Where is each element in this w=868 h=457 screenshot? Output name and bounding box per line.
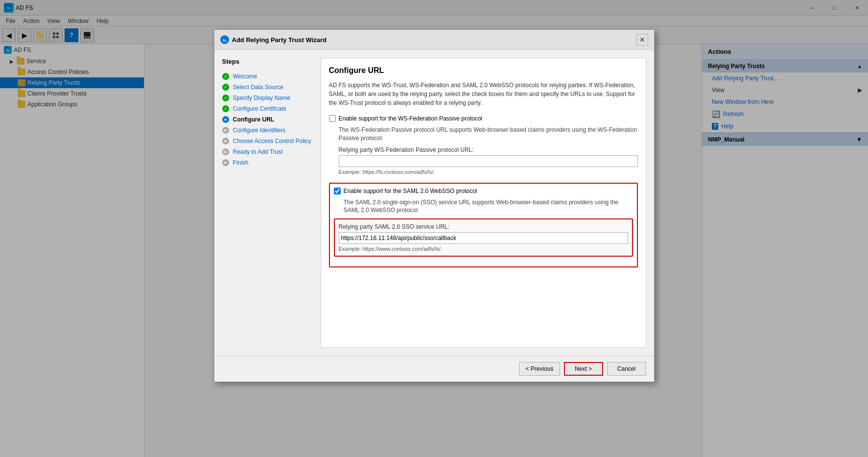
step-dot-ready: ● xyxy=(222,148,229,155)
step-label-certificate[interactable]: Configure Certificate xyxy=(233,105,286,112)
step-dot-identifiers: ● xyxy=(222,127,229,134)
step-certificate: ✓ Configure Certificate xyxy=(222,103,313,114)
step-identifiers: ● Configure Identifiers xyxy=(222,125,313,136)
saml-url-label: Relying party SAML 2.0 SSO service URL: xyxy=(339,223,628,230)
dialog-overlay: fs Add Relying Party Trust Wizard ✕ Step… xyxy=(0,0,868,457)
saml-checkbox[interactable] xyxy=(334,188,341,194)
ws-fed-example: Example: https://fs.contoso.com/adfs/ls/ xyxy=(339,169,638,175)
step-dot-access-policy: ● xyxy=(222,138,229,144)
dialog-close-button[interactable]: ✕ xyxy=(636,34,648,46)
step-label-welcome[interactable]: Welcome xyxy=(233,73,258,80)
saml-checkbox-label: Enable support for the SAML 2.0 WebSSO p… xyxy=(344,188,477,194)
step-finish: ● Finish xyxy=(222,157,313,168)
step-label-ready[interactable]: Ready to Add Trust xyxy=(233,148,283,155)
saml-example: Example: https://www.contoso.com/adfs/ls… xyxy=(339,246,628,252)
dialog-content: Steps ✓ Welcome ✓ Select Data Source ✓ S… xyxy=(214,50,654,356)
wizard-steps: Steps ✓ Welcome ✓ Select Data Source ✓ S… xyxy=(222,58,313,348)
saml-checkbox-row: Enable support for the SAML 2.0 WebSSO p… xyxy=(334,188,633,194)
ws-fed-checkbox-label: Enable support for the WS-Federation Pas… xyxy=(339,115,482,122)
step-configure-url: ● Configure URL xyxy=(222,114,313,125)
ws-fed-checkbox-row: Enable support for the WS-Federation Pas… xyxy=(329,115,638,122)
ws-fed-description: The WS-Federation Passive protocol URL s… xyxy=(339,126,638,143)
step-dot-configure-url: ● xyxy=(222,116,229,123)
dialog-main-area: Configure URL AD FS supports the WS-Trus… xyxy=(321,58,646,348)
dialog-wizard-icon: fs xyxy=(220,35,229,44)
step-access-policy: ● Choose Access Control Policy xyxy=(222,136,313,146)
dialog-title: Add Relying Party Trust Wizard xyxy=(232,36,633,44)
previous-button[interactable]: < Previous xyxy=(519,362,560,376)
dialog-footer: < Previous Next > Cancel xyxy=(214,356,654,382)
step-ready: ● Ready to Add Trust xyxy=(222,146,313,157)
svg-text:fs: fs xyxy=(223,38,227,43)
ws-fed-url-label: Relying party WS-Federation Passive prot… xyxy=(339,146,638,153)
step-dot-certificate: ✓ xyxy=(222,105,229,112)
cancel-button[interactable]: Cancel xyxy=(607,362,646,376)
wizard-dialog: fs Add Relying Party Trust Wizard ✕ Step… xyxy=(214,29,655,382)
dialog-description: AD FS supports the WS-Trust, WS-Federati… xyxy=(329,81,638,107)
step-label-display-name[interactable]: Specify Display Name xyxy=(233,95,290,101)
ws-fed-checkbox[interactable] xyxy=(329,115,336,122)
step-select-data: ✓ Select Data Source xyxy=(222,82,313,93)
saml-section-bordered: Enable support for the SAML 2.0 WebSSO p… xyxy=(329,183,638,268)
saml-description: The SAML 2.0 single-sign-on (SSO) servic… xyxy=(344,198,633,215)
step-dot-welcome: ✓ xyxy=(222,73,229,80)
step-label-identifiers[interactable]: Configure Identifiers xyxy=(233,127,285,134)
ws-federation-section: Enable support for the WS-Federation Pas… xyxy=(329,115,638,175)
step-display-name: ✓ Specify Display Name xyxy=(222,93,313,103)
step-dot-display-name: ✓ xyxy=(222,95,229,101)
dialog-page-title: Configure URL xyxy=(329,66,638,75)
saml-url-box: Relying party SAML 2.0 SSO service URL: … xyxy=(334,218,633,257)
step-welcome: ✓ Welcome xyxy=(222,71,313,82)
next-button[interactable]: Next > xyxy=(564,362,603,376)
step-label-select-data[interactable]: Select Data Source xyxy=(233,84,283,91)
step-label-access-policy[interactable]: Choose Access Control Policy xyxy=(233,138,311,144)
saml-url-input[interactable] xyxy=(339,232,628,244)
wizard-steps-title: Steps xyxy=(222,58,313,65)
step-label-finish[interactable]: Finish xyxy=(233,159,249,166)
step-dot-select-data: ✓ xyxy=(222,84,229,91)
step-dot-finish: ● xyxy=(222,159,229,166)
step-label-configure-url[interactable]: Configure URL xyxy=(233,116,275,123)
ws-fed-url-input[interactable] xyxy=(339,155,638,167)
dialog-titlebar: fs Add Relying Party Trust Wizard ✕ xyxy=(214,30,654,50)
